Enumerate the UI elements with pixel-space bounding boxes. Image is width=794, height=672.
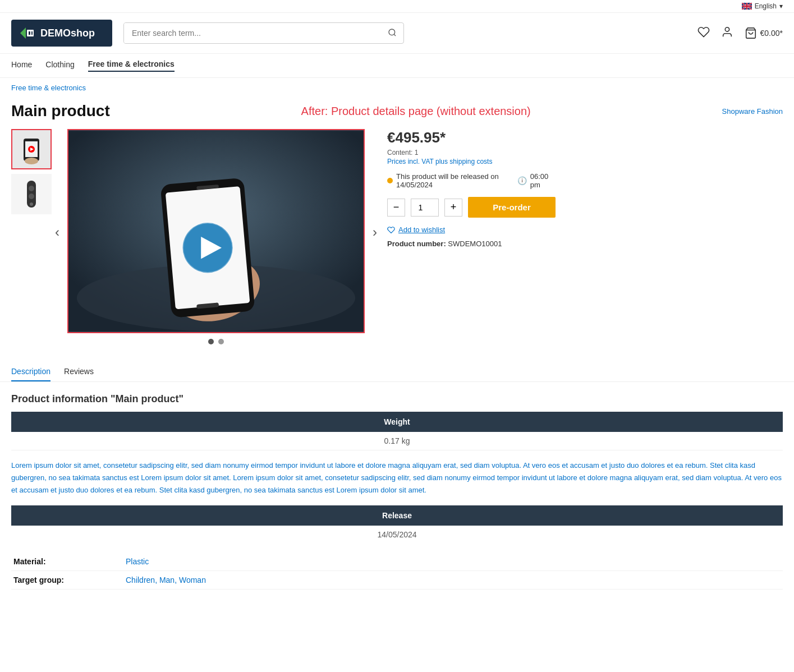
- breadcrumb: Free time & electronics: [0, 78, 794, 98]
- weight-value: 0.17 kg: [11, 432, 783, 450]
- release-value: 14/05/2024: [11, 526, 783, 544]
- cart-price: €0.00*: [760, 29, 783, 38]
- breadcrumb-link[interactable]: Free time & electronics: [11, 84, 86, 92]
- material-link[interactable]: Plastic: [126, 557, 149, 566]
- main-image-wrapper: [67, 129, 365, 333]
- chevron-down-icon: ▾: [779, 2, 783, 10]
- dot-2[interactable]: [218, 339, 224, 344]
- material-value[interactable]: Plastic: [123, 553, 783, 571]
- product-price: €495.95*: [387, 129, 556, 146]
- page-title: Main product: [11, 102, 110, 120]
- main-image-area: ‹: [67, 129, 365, 344]
- thumb-1-image: [12, 130, 51, 168]
- main-nav: Home Clothing Free time & electronics: [0, 54, 794, 78]
- logo-text: DEMOshop: [40, 27, 95, 39]
- svg-point-7: [725, 27, 729, 31]
- nav-item-freetime[interactable]: Free time & electronics: [88, 59, 175, 72]
- flag-icon: [742, 3, 752, 10]
- quantity-input[interactable]: [411, 199, 439, 217]
- nav-item-home[interactable]: Home: [11, 60, 32, 71]
- svg-point-19: [30, 202, 33, 206]
- shopware-link[interactable]: Shopware Fashion: [722, 107, 783, 116]
- nav-item-clothing[interactable]: Clothing: [45, 60, 74, 71]
- wishlist-icon[interactable]: [697, 26, 710, 41]
- preorder-button[interactable]: Pre-order: [468, 197, 556, 218]
- weight-header: Weight: [11, 412, 783, 432]
- clock-icon: 🕕: [517, 176, 527, 185]
- thumbnails: [11, 129, 56, 344]
- search-icon: [388, 28, 397, 37]
- tab-reviews[interactable]: Reviews: [64, 367, 94, 381]
- quantity-decrease-button[interactable]: −: [387, 199, 405, 217]
- logo[interactable]: DEMOshop: [11, 20, 112, 47]
- product-section: ‹: [0, 129, 794, 356]
- account-icon[interactable]: [721, 26, 733, 41]
- header-icons: €0.00*: [697, 26, 783, 41]
- product-number-value: SWDEMO10001: [448, 240, 502, 248]
- svg-rect-4: [31, 31, 33, 35]
- target-group-value[interactable]: Children, Man, Woman: [123, 571, 783, 590]
- cart-area[interactable]: €0.00*: [745, 27, 783, 39]
- search-input[interactable]: [124, 23, 381, 43]
- property-row-material: Material: Plastic: [11, 553, 783, 571]
- release-notice: This product will be released on 14/05/2…: [387, 172, 556, 189]
- tab-description[interactable]: Description: [11, 367, 51, 381]
- svg-point-17: [29, 186, 34, 191]
- thumb-2[interactable]: [11, 174, 52, 214]
- product-tabs: Description Reviews: [0, 356, 794, 382]
- weight-table: Weight 0.17 kg: [11, 412, 783, 450]
- dot-1[interactable]: [208, 339, 214, 344]
- product-info-heading: Product information "Main product": [11, 393, 783, 405]
- svg-point-5: [389, 29, 395, 35]
- release-text: This product will be released on 14/05/2…: [396, 172, 514, 189]
- svg-rect-3: [29, 31, 30, 35]
- property-row-target: Target group: Children, Man, Woman: [11, 571, 783, 590]
- product-number: Product number: SWDEMO10001: [387, 240, 556, 248]
- release-dot: [387, 178, 393, 183]
- release-header: Release: [11, 505, 783, 526]
- material-label: Material:: [11, 553, 123, 571]
- target-group-link[interactable]: Children, Man, Woman: [126, 576, 206, 584]
- svg-marker-1: [20, 27, 26, 39]
- content-note: Content: 1: [387, 149, 556, 157]
- add-to-wishlist-row[interactable]: Add to wishlist: [387, 225, 556, 234]
- svg-line-6: [394, 34, 396, 36]
- top-bar: English ▾: [0, 0, 794, 13]
- logo-icon: [18, 24, 36, 42]
- properties-table: Material: Plastic Target group: Children…: [11, 553, 783, 590]
- quantity-row: − + Pre-order: [387, 197, 556, 218]
- search-button[interactable]: [381, 23, 403, 43]
- product-number-label: Product number:: [387, 240, 446, 248]
- description-text: Lorem ipsum dolor sit amet, consetetur s…: [11, 459, 783, 496]
- svg-point-14: [25, 158, 38, 164]
- page-header: Main product After: Product details page…: [0, 98, 794, 129]
- cart-icon: [745, 27, 757, 39]
- svg-point-18: [29, 194, 34, 199]
- product-info: €495.95* Content: 1 Prices incl. VAT plu…: [376, 129, 556, 344]
- image-dots: [208, 339, 224, 344]
- target-group-label: Target group:: [11, 571, 123, 590]
- next-image-button[interactable]: ›: [368, 220, 382, 245]
- demo-badge: After: Product details page (without ext…: [121, 105, 711, 118]
- language-label: English: [755, 2, 777, 10]
- thumb-2-image: [12, 175, 51, 213]
- release-time: 06:00 pm: [530, 172, 556, 189]
- language-selector[interactable]: English ▾: [742, 2, 783, 10]
- product-details: Product information "Main product" Weigh…: [0, 393, 794, 590]
- search-bar: [123, 22, 404, 44]
- prev-image-button[interactable]: ‹: [51, 220, 64, 245]
- release-table: Release 14/05/2024: [11, 505, 783, 544]
- shipping-link[interactable]: Prices incl. VAT plus shipping costs: [387, 158, 556, 165]
- product-scene-svg: [68, 130, 364, 332]
- thumb-1[interactable]: [11, 129, 52, 169]
- wishlist-label: Add to wishlist: [398, 225, 445, 234]
- header: DEMOshop €0.00*: [0, 13, 794, 54]
- quantity-increase-button[interactable]: +: [444, 199, 462, 217]
- wishlist-heart-icon: [387, 226, 395, 234]
- product-image: [68, 130, 364, 332]
